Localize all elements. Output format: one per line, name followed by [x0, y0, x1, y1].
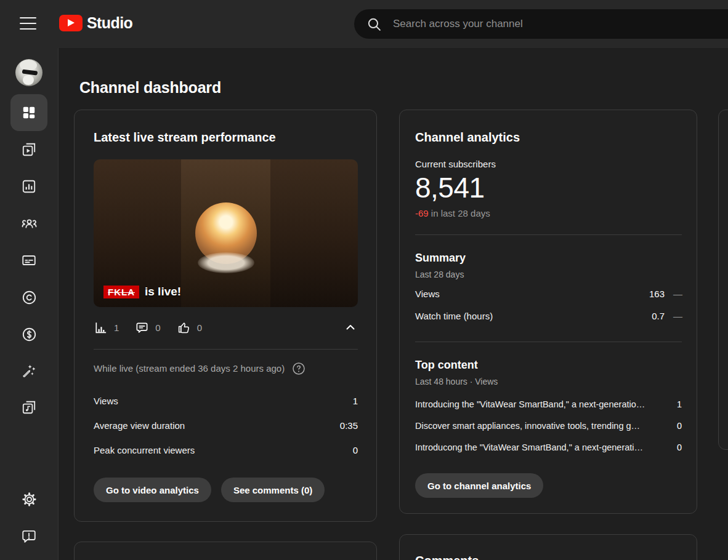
thumbnail-clouds [198, 252, 254, 273]
sidebar-item-subtitles[interactable] [10, 242, 47, 279]
metric-row-views: Views 1 [94, 388, 358, 413]
audio-library-icon [21, 399, 37, 415]
sidebar-item-audio-library[interactable] [10, 389, 47, 426]
stat-comments-value: 0 [155, 322, 160, 333]
metric-value: 0 [353, 445, 358, 455]
comments-card-title: Comments [415, 553, 682, 560]
top-content-rows: Introducing the "VitaWear SmartBand," a … [415, 393, 682, 458]
delta-value: -69 [415, 208, 429, 218]
subtitles-icon [21, 252, 37, 268]
live-stream-thumbnail[interactable]: FKLA is live! [94, 159, 358, 307]
youtube-play-icon [59, 15, 83, 31]
comment-icon [135, 321, 149, 335]
youtube-studio-logo[interactable]: Studio [59, 14, 132, 32]
trend-flat-icon: — [673, 311, 682, 321]
dashboard-icon [21, 105, 37, 121]
live-card-title: Latest live stream performance [94, 130, 358, 145]
live-card-buttons: Go to video analytics See comments (0) [94, 478, 358, 502]
stat-likes[interactable]: 0 [177, 321, 202, 335]
video-views: 0 [677, 442, 682, 452]
channel-avatar[interactable] [15, 59, 42, 86]
metric-label: Average view duration [94, 420, 185, 431]
video-title: Introducing the "VitaWear SmartBand," a … [415, 399, 669, 409]
bar-chart-icon [94, 321, 108, 335]
live-stream-card: Latest live stream performance FKLA is l… [74, 110, 377, 522]
earn-icon [21, 326, 38, 343]
current-subscribers-value: 8,541 [415, 172, 682, 204]
sidebar-item-content[interactable] [10, 131, 47, 168]
stat-likes-value: 0 [197, 322, 202, 333]
see-comments-button[interactable]: See comments (0) [221, 478, 325, 502]
summary-period: Last 28 days [415, 269, 682, 280]
copyright-icon [21, 289, 38, 306]
metric-label: Views [94, 396, 118, 406]
metric-value: 0:35 [340, 420, 358, 431]
summary-rows: Views 163 — Watch time (hours) 0.7 — [415, 282, 682, 327]
video-views: 0 [677, 421, 682, 431]
sidebar-item-send-feedback[interactable] [10, 518, 47, 554]
customization-icon [20, 362, 38, 379]
top-content-heading: Top content [415, 358, 682, 372]
summary-row-views: Views 163 — [415, 282, 682, 305]
analytics-icon [21, 178, 37, 194]
settings-icon [21, 491, 38, 508]
delta-suffix: in last 28 days [429, 208, 490, 218]
community-icon [21, 215, 38, 232]
sidebar-item-community[interactable] [10, 205, 47, 242]
while-live-label: While live (stream ended 36 days 2 hours… [94, 362, 285, 375]
help-icon[interactable] [292, 362, 305, 375]
channel-name-badge: FKLA [103, 286, 139, 298]
sidebar-item-analytics[interactable] [10, 168, 47, 205]
divider [415, 342, 682, 342]
video-title: Introducong the "VitaWear SmartBand," a … [415, 442, 669, 452]
stat-comments[interactable]: 0 [135, 321, 160, 335]
while-live-label-row: While live (stream ended 36 days 2 hours… [94, 362, 358, 375]
partial-card-right [718, 110, 728, 450]
go-to-channel-analytics-button[interactable]: Go to channel analytics [415, 473, 543, 498]
summary-value: 163 [649, 289, 665, 299]
top-content-row[interactable]: Introducong the "VitaWear SmartBand," a … [415, 436, 682, 458]
analytics-card-buttons: Go to channel analytics [415, 473, 682, 498]
stat-views[interactable]: 1 [94, 321, 119, 335]
sidebar-item-dashboard[interactable] [10, 94, 47, 131]
search-icon [366, 17, 382, 32]
summary-label: Views [415, 289, 649, 299]
video-views: 1 [677, 399, 682, 409]
metric-row-peak-viewers: Peak concurrent viewers 0 [94, 438, 358, 462]
top-content-period: Last 48 hours · Views [415, 376, 682, 387]
stat-views-value: 1 [114, 322, 119, 333]
divider [94, 349, 358, 350]
stream-metrics: Views 1 Average view duration 0:35 Peak … [94, 388, 358, 462]
metric-label: Peak concurrent viewers [94, 445, 195, 455]
live-caption: FKLA is live! [103, 285, 181, 298]
menu-button[interactable] [20, 17, 36, 31]
sidebar-item-settings[interactable] [10, 481, 47, 518]
metric-row-avg-duration: Average view duration 0:35 [94, 413, 358, 438]
sidebar [0, 48, 59, 560]
sidebar-item-earn[interactable] [10, 316, 47, 353]
product-name: Studio [87, 14, 132, 32]
chevron-up-icon [343, 320, 358, 335]
search-bar[interactable] [354, 9, 728, 39]
comments-card: Comments [399, 534, 697, 560]
subscriber-delta: -69 in last 28 days [415, 207, 682, 220]
search-input[interactable] [392, 17, 663, 31]
go-to-video-analytics-button[interactable]: Go to video analytics [94, 478, 211, 502]
page-title: Channel dashboard [79, 79, 221, 97]
thumbs-up-icon [177, 321, 191, 335]
collapse-card-button[interactable] [343, 320, 358, 335]
topbar: Studio [0, 0, 728, 48]
content-icon [21, 142, 37, 158]
sidebar-item-customization[interactable] [10, 352, 47, 389]
top-content-row[interactable]: Discover smart appliances, innovative to… [415, 415, 682, 436]
summary-row-watch-time: Watch time (hours) 0.7 — [415, 305, 682, 327]
is-live-text: is live! [145, 285, 181, 298]
channel-analytics-card: Channel analytics Current subscribers 8,… [399, 110, 697, 514]
top-content-row[interactable]: Introducing the "VitaWear SmartBand," a … [415, 393, 682, 415]
stream-stats-row: 1 0 0 [94, 318, 358, 337]
sidebar-item-copyright[interactable] [10, 279, 47, 316]
metric-value: 1 [353, 396, 358, 406]
send-feedback-icon [21, 528, 37, 544]
summary-heading: Summary [415, 251, 682, 265]
trend-flat-icon: — [673, 289, 682, 299]
